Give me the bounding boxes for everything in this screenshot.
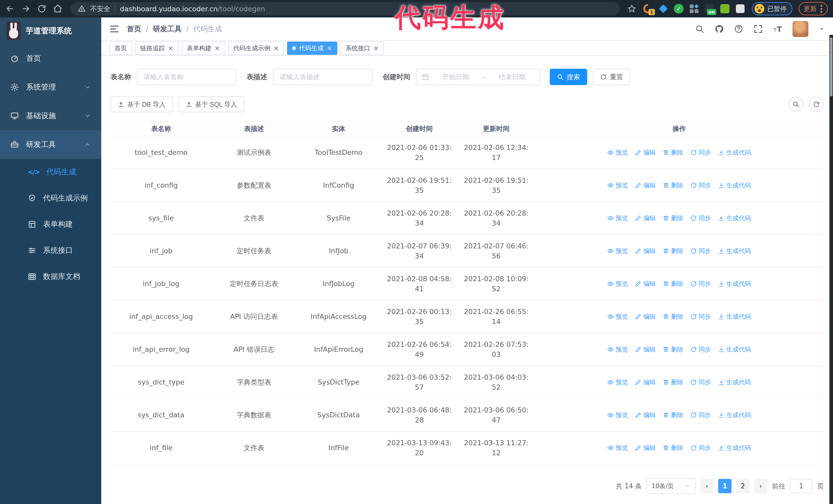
generate-code-link[interactable]: 生成代码: [718, 345, 751, 354]
edit-link[interactable]: 编辑: [635, 411, 656, 419]
delete-link[interactable]: 删除: [663, 345, 683, 354]
extension-check-icon[interactable]: ✓: [673, 3, 684, 14]
prev-page-button[interactable]: ‹: [700, 479, 714, 493]
sync-link[interactable]: 同步: [690, 214, 711, 223]
generate-code-link[interactable]: 生成代码: [718, 247, 751, 256]
generate-code-link[interactable]: 生成代码: [718, 181, 751, 190]
close-icon[interactable]: ×: [273, 45, 279, 51]
sidebar-item-system[interactable]: 系统管理: [0, 73, 101, 101]
edit-link[interactable]: 编辑: [635, 312, 656, 321]
fullscreen-icon[interactable]: [754, 24, 763, 33]
preview-link[interactable]: 预览: [608, 443, 628, 453]
sync-link[interactable]: 同步: [690, 312, 711, 321]
tab-home[interactable]: 首页: [110, 42, 132, 55]
next-page-button[interactable]: ›: [754, 479, 767, 493]
tab-codegen-example[interactable]: 代码生成示例 ×: [229, 42, 284, 55]
breadcrumb-dev-tools[interactable]: 研发工具: [153, 24, 182, 34]
scrollbar[interactable]: [829, 35, 833, 504]
font-size-icon[interactable]: TT: [773, 24, 782, 33]
tab-form-builder[interactable]: 表单构建 ×: [182, 42, 225, 55]
preview-link[interactable]: 预览: [608, 378, 628, 387]
close-icon[interactable]: ×: [168, 45, 173, 51]
extensions-puzzle-icon[interactable]: [735, 3, 745, 14]
preview-link[interactable]: 预览: [608, 345, 628, 354]
avatar-caret-icon[interactable]: [819, 26, 825, 32]
edit-link[interactable]: 编辑: [635, 214, 656, 223]
delete-link[interactable]: 删除: [663, 181, 683, 190]
preview-link[interactable]: 预览: [608, 214, 628, 223]
preview-link[interactable]: 预览: [608, 411, 628, 419]
generate-code-link[interactable]: 生成代码: [718, 214, 751, 223]
generate-code-link[interactable]: 生成代码: [718, 312, 751, 321]
import-db-button[interactable]: 基于 DB 导入: [111, 96, 173, 112]
sync-link[interactable]: 同步: [690, 378, 711, 387]
sync-link[interactable]: 同步: [690, 181, 711, 190]
extension-grid-icon[interactable]: [689, 3, 699, 14]
tab-codegen[interactable]: 代码生成 ×: [287, 42, 337, 55]
app-logo[interactable]: 芋道管理系统: [0, 18, 101, 44]
browser-home-icon[interactable]: [53, 4, 63, 14]
preview-link[interactable]: 预览: [608, 312, 628, 321]
delete-link[interactable]: 删除: [663, 312, 683, 321]
sync-link[interactable]: 同步: [690, 280, 711, 288]
browser-back-icon[interactable]: [5, 4, 15, 14]
table-desc-input[interactable]: [273, 69, 373, 85]
tab-tracing[interactable]: 链路追踪 ×: [135, 42, 178, 55]
edit-link[interactable]: 编辑: [635, 443, 656, 453]
browser-forward-icon[interactable]: [21, 4, 31, 14]
delete-link[interactable]: 删除: [663, 247, 683, 256]
sidebar-item-system-api[interactable]: 系统接口: [0, 237, 101, 264]
generate-code-link[interactable]: 生成代码: [718, 280, 751, 288]
search-icon[interactable]: [695, 24, 704, 33]
browser-reload-icon[interactable]: [37, 4, 47, 14]
extension-gem-icon[interactable]: [658, 3, 669, 14]
goto-page-input[interactable]: [790, 479, 812, 493]
user-avatar[interactable]: [792, 21, 808, 37]
sync-link[interactable]: 同步: [690, 148, 711, 157]
edit-link[interactable]: 编辑: [635, 181, 656, 190]
generate-code-link[interactable]: 生成代码: [718, 411, 751, 419]
delete-link[interactable]: 删除: [663, 148, 683, 157]
sidebar-item-db-docs[interactable]: 数据库文档: [0, 264, 101, 290]
tab-system-api[interactable]: 系统接口 ×: [340, 42, 384, 55]
start-date-placeholder[interactable]: 开始日期: [433, 73, 478, 81]
generate-code-link[interactable]: 生成代码: [718, 443, 751, 453]
edit-link[interactable]: 编辑: [635, 148, 656, 157]
preview-link[interactable]: 预览: [608, 181, 628, 190]
edit-link[interactable]: 编辑: [635, 378, 656, 387]
delete-link[interactable]: 删除: [663, 411, 683, 419]
page-button-1[interactable]: 1: [718, 479, 732, 493]
address-bar[interactable]: 不安全 dashboard.yudao.iocoder.cn/tool/code…: [70, 2, 619, 16]
browser-update-button[interactable]: 更新: [799, 2, 828, 16]
edit-link[interactable]: 编辑: [635, 280, 656, 288]
scrollbar-thumb[interactable]: [830, 38, 832, 96]
generate-code-link[interactable]: 生成代码: [718, 148, 751, 157]
sidebar-item-codegen[interactable]: </> 代码生成: [0, 159, 101, 185]
sync-link[interactable]: 同步: [690, 345, 711, 354]
edit-link[interactable]: 编辑: [635, 345, 656, 354]
browser-menu-icon[interactable]: [820, 5, 823, 13]
sidebar-item-home[interactable]: 首页: [0, 44, 101, 73]
close-icon[interactable]: ×: [327, 45, 332, 51]
preview-link[interactable]: 预览: [608, 148, 628, 157]
delete-link[interactable]: 删除: [663, 214, 683, 223]
refresh-table-button[interactable]: [809, 97, 824, 112]
delete-link[interactable]: 删除: [663, 280, 683, 288]
sidebar-item-dev-tools[interactable]: 研发工具: [0, 130, 101, 159]
extension-dark-icon[interactable]: on: [704, 3, 715, 14]
extension-animal-icon[interactable]: [719, 3, 730, 14]
import-sql-button[interactable]: 基于 SQL 导入: [178, 96, 244, 112]
bookmark-star-icon[interactable]: [627, 4, 636, 13]
github-icon[interactable]: [715, 24, 724, 33]
sidebar-item-codegen-example[interactable]: 代码生成示例: [0, 185, 101, 211]
search-button[interactable]: 搜索: [550, 69, 587, 85]
table-name-input[interactable]: [137, 69, 236, 85]
sync-link[interactable]: 同步: [690, 411, 711, 419]
generate-code-link[interactable]: 生成代码: [718, 378, 751, 387]
edit-link[interactable]: 编辑: [635, 247, 656, 256]
hamburger-icon[interactable]: [110, 24, 119, 34]
breadcrumb-home[interactable]: 首页: [127, 24, 141, 34]
close-icon[interactable]: ×: [373, 45, 379, 51]
sync-link[interactable]: 同步: [690, 443, 711, 453]
sidebar-item-infrastructure[interactable]: 基础设施: [0, 101, 101, 130]
